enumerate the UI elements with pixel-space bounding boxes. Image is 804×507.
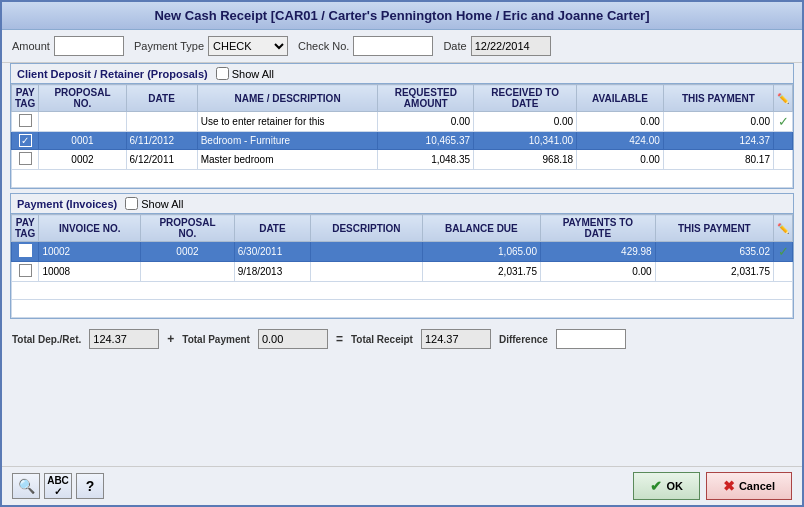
payment-type-select[interactable]: CHECK CASH CREDIT CARD WIRE [208,36,288,56]
deposit-row1-payment: 0.00 [663,112,773,132]
payment-col-balance-due: BALANCE DUE [422,215,540,242]
payment-type-label: Payment Type [134,40,204,52]
table-row[interactable]: ✓ 0001 6/11/2012 Bedroom - Furniture 10,… [12,132,793,150]
payment-table: PAYTAG INVOICE NO. PROPOSALNO. DATE DESC… [11,214,793,318]
table-row-empty [12,170,793,188]
top-form: Amount Payment Type CHECK CASH CREDIT CA… [2,30,802,63]
help-icon: ? [86,478,95,494]
search-icon: 🔍 [18,478,35,494]
deposit-row2-payment: 124.37 [663,132,773,150]
payment-row2-payment: 2,031.75 [655,262,773,282]
deposit-row3-description: Master bedroom [197,150,378,170]
bottom-bar: 🔍 ABC✓ ? ✔ OK ✖ Cancel [2,466,802,505]
ok-label: OK [666,480,683,492]
payment-row1-check-icon: ✓ [774,242,793,262]
payment-row2-description [311,262,423,282]
deposit-col-requested: REQUESTEDAMOUNT [378,85,474,112]
deposit-table: PAYTAG PROPOSALNO. DATE NAME / DESCRIPTI… [11,84,793,188]
deposit-show-all-checkbox[interactable] [216,67,229,80]
deposit-row1-proposal [39,112,126,132]
deposit-row3-available: 0.00 [577,150,664,170]
spell-check-icon: ABC✓ [47,475,69,497]
payment-col-payments-to-date: PAYMENTS TODATE [540,215,655,242]
payment-empty-cell2 [12,300,793,318]
table-row[interactable]: 10008 9/18/2013 2,031.75 0.00 2,031.75 [12,262,793,282]
total-payment-input[interactable] [258,329,328,349]
deposit-row1-check-icon: ✓ [774,112,793,132]
payment-col-proposal-no: PROPOSALNO. [141,215,235,242]
table-row-empty [12,300,793,318]
deposit-row3-checkbox[interactable] [19,152,32,165]
payment-row1-balance-due: 1,065.00 [422,242,540,262]
help-button[interactable]: ? [76,473,104,499]
total-receipt-label: Total Receipt [351,334,413,345]
payment-row1-payment: 635.02 [655,242,773,262]
deposit-row2-available: 424.00 [577,132,664,150]
deposit-section: Client Deposit / Retainer (Proposals) Sh… [10,63,794,189]
ok-icon: ✔ [650,478,662,494]
payment-row2-checkbox-cell[interactable] [12,262,39,282]
payment-row1-checkbox-cell[interactable] [12,242,39,262]
deposit-row1-checkbox-cell[interactable] [12,112,39,132]
table-row[interactable]: 0002 6/12/2011 Master bedroom 1,048.35 9… [12,150,793,170]
deposit-empty-cell [12,170,793,188]
difference-input[interactable] [556,329,626,349]
payment-row1-date: 6/30/2011 [234,242,310,262]
deposit-row2-received: 10,341.00 [474,132,577,150]
payment-row2-edit [774,262,793,282]
payment-col-date: DATE [234,215,310,242]
deposit-section-header: Client Deposit / Retainer (Proposals) Sh… [11,64,793,84]
table-row[interactable]: Use to enter retainer for this 0.00 0.00… [12,112,793,132]
deposit-show-all-group: Show All [216,67,274,80]
table-row[interactable]: 10002 0002 6/30/2011 1,065.00 429.98 635… [12,242,793,262]
deposit-row3-received: 968.18 [474,150,577,170]
deposit-row2-requested: 10,465.37 [378,132,474,150]
payment-row2-proposal-no [141,262,235,282]
total-receipt-input[interactable] [421,329,491,349]
payment-col-description: DESCRIPTION [311,215,423,242]
cancel-icon: ✖ [723,478,735,494]
check-no-input[interactable] [353,36,433,56]
payment-row1-description [311,242,423,262]
payment-col-this-payment: THIS PAYMENT [655,215,773,242]
payment-row2-checkbox[interactable] [19,264,32,277]
payment-show-all-group: Show All [125,197,183,210]
amount-label: Amount [12,40,50,52]
spell-check-button[interactable]: ABC✓ [44,473,72,499]
payment-row2-date: 9/18/2013 [234,262,310,282]
deposit-row3-proposal: 0002 [39,150,126,170]
deposit-row1-checkbox[interactable] [19,114,32,127]
deposit-row1-description: Use to enter retainer for this [197,112,378,132]
total-payment-label: Total Payment [182,334,250,345]
totals-row: Total Dep./Ret. + Total Payment = Total … [2,323,802,355]
deposit-col-name: NAME / DESCRIPTION [197,85,378,112]
payment-row1-invoice-no: 10002 [39,242,141,262]
deposit-row2-description: Bedroom - Furniture [197,132,378,150]
ok-button[interactable]: ✔ OK [633,472,700,500]
search-button[interactable]: 🔍 [12,473,40,499]
deposit-row3-date: 6/12/2011 [126,150,197,170]
deposit-row3-payment: 80.17 [663,150,773,170]
amount-input[interactable] [54,36,124,56]
cancel-button[interactable]: ✖ Cancel [706,472,792,500]
deposit-row3-checkbox-cell[interactable] [12,150,39,170]
main-window: New Cash Receipt [CAR01 / Carter's Penni… [0,0,804,507]
date-input[interactable] [471,36,551,56]
payment-row2-invoice-no: 10008 [39,262,141,282]
payment-show-all-checkbox[interactable] [125,197,138,210]
deposit-col-proposal-no: PROPOSALNO. [39,85,126,112]
deposit-row2-edit [774,132,793,150]
payment-section-header: Payment (Invoices) Show All [11,194,793,214]
deposit-row1-available: 0.00 [577,112,664,132]
equals-sign: = [336,332,343,346]
deposit-row2-date: 6/11/2012 [126,132,197,150]
payment-show-all-label: Show All [141,198,183,210]
dep-ret-input[interactable] [89,329,159,349]
payment-row2-balance-due: 2,031.75 [422,262,540,282]
deposit-row2-checkbox[interactable]: ✓ [19,134,32,147]
deposit-col-edit: ✏️ [774,85,793,112]
payment-section-title: Payment (Invoices) [17,198,117,210]
payment-row1-checkbox[interactable] [19,244,32,257]
deposit-row2-checkbox-cell[interactable]: ✓ [12,132,39,150]
payment-type-field-group: Payment Type CHECK CASH CREDIT CARD WIRE [134,36,288,56]
